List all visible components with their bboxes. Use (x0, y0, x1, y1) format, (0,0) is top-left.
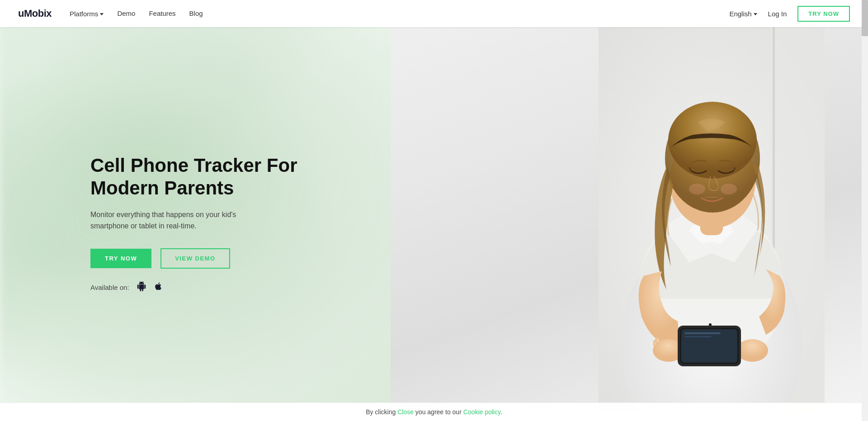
nav-link-features[interactable]: Features (149, 9, 175, 17)
nav-link-demo[interactable]: Demo (117, 9, 135, 17)
platforms-label: Platforms (70, 10, 98, 18)
hero-content: Cell Phone Tracker For Modern Parents Mo… (90, 154, 297, 294)
language-label: English (729, 10, 751, 18)
svg-point-19 (653, 340, 657, 342)
navbar-right: English Log In TRY NOW (729, 6, 850, 22)
language-selector[interactable]: English (729, 10, 757, 18)
apple-icon (154, 281, 163, 294)
available-on: Available on: (90, 281, 297, 294)
nav-item-demo[interactable]: Demo (117, 9, 135, 18)
available-label: Available on: (90, 284, 129, 291)
scrollbar-track[interactable] (862, 0, 868, 421)
cookie-text-before: By clicking (366, 408, 397, 416)
navbar: uMobix Platforms Demo Features Blog Engl… (0, 0, 868, 27)
cookie-close-link[interactable]: Close (397, 408, 414, 416)
svg-rect-16 (684, 332, 721, 334)
nav-item-platforms[interactable]: Platforms (70, 10, 104, 18)
scrollbar-thumb[interactable] (862, 0, 868, 36)
nav-link-blog[interactable]: Blog (189, 9, 203, 17)
cookie-text-middle: you agree to our (414, 408, 463, 416)
svg-point-18 (709, 323, 712, 326)
try-now-button-nav[interactable]: TRY NOW (797, 6, 850, 22)
svg-rect-15 (681, 329, 737, 363)
nav-links: Platforms Demo Features Blog (70, 9, 203, 18)
try-now-button-hero[interactable]: TRY NOW (90, 249, 151, 268)
cookie-bar: By clicking Close you agree to our Cooki… (0, 402, 868, 421)
logo[interactable]: uMobix (18, 8, 52, 19)
logo-suffix: Mobix (24, 8, 52, 19)
hero-title: Cell Phone Tracker For Modern Parents (90, 154, 297, 200)
hero-title-line2: Modern Parents (90, 177, 234, 199)
view-demo-button[interactable]: VIEW DEMO (160, 248, 230, 269)
svg-point-9 (689, 184, 705, 194)
hero-buttons: TRY NOW VIEW DEMO (90, 248, 297, 269)
navbar-left: uMobix Platforms Demo Features Blog (18, 8, 203, 19)
login-link[interactable]: Log In (768, 10, 787, 18)
nav-link-platforms[interactable]: Platforms (70, 10, 104, 18)
logo-prefix: u (18, 8, 24, 19)
hero-person-image (599, 27, 825, 412)
cookie-policy-link[interactable]: Cookie policy (463, 408, 500, 416)
person-svg (599, 27, 825, 412)
cookie-text-after: . (500, 408, 502, 416)
hero-title-line1: Cell Phone Tracker For (90, 155, 297, 176)
svg-rect-17 (684, 336, 712, 337)
hero-subtitle: Monitor everything that happens on your … (90, 209, 262, 232)
hero-section: Cell Phone Tracker For Modern Parents Mo… (0, 0, 868, 421)
nav-item-blog[interactable]: Blog (189, 9, 203, 18)
language-chevron-icon (754, 13, 757, 15)
android-icon (137, 281, 146, 294)
svg-point-10 (721, 184, 737, 194)
svg-point-12 (736, 339, 768, 362)
nav-item-features[interactable]: Features (149, 9, 175, 18)
platforms-chevron-icon (100, 13, 104, 15)
